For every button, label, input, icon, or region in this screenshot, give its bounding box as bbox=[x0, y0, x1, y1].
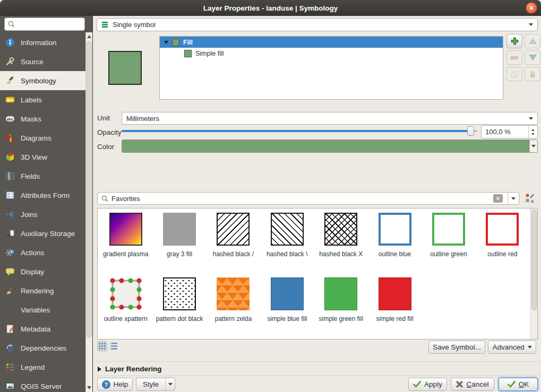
symbol-item[interactable]: outline red bbox=[476, 213, 529, 277]
sidebar-item-symbology[interactable]: Symbology bbox=[0, 71, 85, 90]
tree-row-simple-fill[interactable]: Simple fill bbox=[160, 48, 503, 59]
check-icon bbox=[413, 381, 421, 388]
chevron-down-icon bbox=[529, 23, 533, 26]
symbol-browser: gradient plasma gray 3 fill hashed black… bbox=[97, 208, 538, 339]
list-view-button[interactable] bbox=[109, 341, 119, 351]
sidebar-item-information[interactable]: Information bbox=[0, 33, 85, 52]
sidebar-item-source[interactable]: Source bbox=[0, 52, 85, 71]
symbol-item[interactable]: simple green fill bbox=[314, 277, 368, 342]
arrow-down-icon bbox=[529, 54, 537, 61]
unit-select[interactable]: Millimeters bbox=[122, 112, 538, 125]
renderer-select[interactable]: Single symbol bbox=[97, 18, 538, 31]
save-symbol-button[interactable]: Save Symbol... bbox=[428, 341, 485, 354]
sidebar-item-label: Joins bbox=[21, 211, 38, 219]
scrollbar-thumb[interactable] bbox=[87, 41, 92, 338]
style-button[interactable]: Style bbox=[136, 378, 175, 391]
search-icon bbox=[101, 195, 108, 202]
sidebar-item-auxiliary-storage[interactable]: Auxiliary Storage bbox=[0, 224, 85, 243]
unit-label: Unit bbox=[97, 114, 110, 122]
color-button[interactable] bbox=[122, 140, 538, 153]
symbol-item[interactable]: hashed black / bbox=[207, 213, 260, 277]
symbology-panel: Single symbol Fill Simple fill Unit Mil bbox=[93, 16, 541, 392]
sidebar-item-label: Rendering bbox=[21, 287, 54, 295]
remove-symbol-layer-button[interactable] bbox=[506, 50, 522, 65]
sidebar-item-diagrams[interactable]: Diagrams bbox=[0, 128, 85, 147]
check-icon bbox=[508, 381, 516, 388]
sidebar-item-actions[interactable]: Actions bbox=[0, 243, 85, 262]
opacity-slider[interactable] bbox=[122, 126, 477, 136]
symbol-item[interactable]: hashed black \ bbox=[260, 213, 314, 277]
advanced-button[interactable]: Advanced bbox=[488, 341, 536, 354]
move-down-button[interactable] bbox=[525, 50, 540, 65]
slider-handle[interactable] bbox=[467, 126, 474, 136]
symbol-item[interactable]: outline green bbox=[422, 213, 475, 277]
sidebar-item-fields[interactable]: Fields bbox=[0, 167, 85, 186]
search-icon bbox=[8, 21, 15, 28]
symbol-item[interactable]: simple red fill bbox=[368, 277, 422, 342]
symbol-browser-scrollbar[interactable] bbox=[530, 208, 537, 339]
duplicate-layer-button[interactable] bbox=[506, 67, 522, 81]
opacity-spinbox[interactable]: 100,0 % bbox=[481, 125, 538, 138]
layer-rendering-header[interactable]: Layer Rendering bbox=[98, 365, 162, 373]
style-dropdown[interactable] bbox=[165, 378, 175, 390]
style-manager-button[interactable]: a bbox=[524, 193, 536, 204]
svg-text:ε: ε bbox=[8, 305, 12, 315]
icon-view-button[interactable] bbox=[97, 341, 107, 351]
symbol-item[interactable]: pattern zelda bbox=[207, 277, 260, 342]
sidebar-scrollbar[interactable] bbox=[85, 32, 92, 392]
lock-color-button[interactable] bbox=[525, 67, 540, 81]
scroll-up-icon[interactable] bbox=[87, 35, 91, 38]
sidebar-item-joins[interactable]: Joins bbox=[0, 205, 85, 224]
symbol-item[interactable]: gradient plasma bbox=[99, 213, 152, 277]
database-icon bbox=[5, 229, 15, 238]
sidebar-item-3d-view[interactable]: 3D View bbox=[0, 147, 85, 167]
add-symbol-layer-button[interactable] bbox=[506, 34, 522, 48]
move-up-button[interactable] bbox=[525, 34, 540, 48]
sidebar-item-display[interactable]: Display bbox=[0, 262, 85, 281]
sidebar-item-label: Auxiliary Storage bbox=[21, 230, 75, 238]
sidebar-item-legend[interactable]: Legend bbox=[0, 358, 85, 377]
sidebar-item-qgis-server[interactable]: QGIS Server bbox=[0, 377, 85, 392]
symbol-label: pattern zelda bbox=[215, 315, 252, 323]
sidebar-item-label: Variables bbox=[21, 306, 50, 314]
symbol-search-input[interactable]: Favorites ✕ bbox=[97, 192, 519, 205]
symbol-item[interactable]: outline xpattern bbox=[99, 277, 152, 342]
clear-search-icon[interactable]: ✕ bbox=[493, 194, 503, 203]
symbol-preview bbox=[108, 51, 142, 85]
symbol-item[interactable]: outline blue bbox=[368, 213, 422, 277]
unit-value: Millimeters bbox=[126, 115, 525, 123]
expander-icon[interactable] bbox=[164, 41, 168, 44]
sidebar-item-metadata[interactable]: Metadata bbox=[0, 319, 85, 338]
spin-buttons[interactable] bbox=[528, 126, 537, 138]
outline-xpattern-preview bbox=[109, 277, 142, 310]
search-dropdown[interactable] bbox=[508, 193, 519, 204]
server-image-icon bbox=[5, 381, 15, 391]
color-dropdown[interactable] bbox=[529, 140, 537, 152]
symbol-item[interactable]: gray 3 fill bbox=[152, 213, 206, 277]
sidebar-item-dependencies[interactable]: Dependencies bbox=[0, 338, 85, 358]
scroll-down-icon[interactable] bbox=[87, 386, 91, 389]
help-icon: ? bbox=[102, 380, 110, 389]
list-view-icon bbox=[110, 343, 117, 350]
symbol-item[interactable]: hashed black X bbox=[314, 213, 368, 277]
sidebar-item-labels[interactable]: abc Labels bbox=[0, 90, 85, 109]
help-button[interactable]: ? Help bbox=[97, 378, 133, 391]
close-button[interactable]: × bbox=[526, 2, 537, 14]
spin-up-icon[interactable] bbox=[531, 129, 535, 131]
sidebar-search-input[interactable] bbox=[4, 18, 85, 31]
scrollbar-thumb[interactable] bbox=[531, 210, 537, 310]
sidebar-item-masks[interactable]: abc Masks bbox=[0, 109, 85, 128]
symbol-layer-tree: Fill Simple fill bbox=[159, 36, 503, 100]
symbol-label: simple red fill bbox=[376, 315, 414, 323]
tree-row-fill[interactable]: Fill bbox=[160, 37, 503, 48]
cancel-button[interactable]: Cancel bbox=[451, 378, 494, 391]
spin-down-icon[interactable] bbox=[531, 133, 535, 135]
apply-button[interactable]: Apply bbox=[408, 378, 447, 391]
sidebar-item-variables[interactable]: ε Variables bbox=[0, 300, 85, 319]
symbol-item[interactable]: simple blue fill bbox=[260, 277, 314, 342]
ok-button[interactable]: OK bbox=[499, 378, 538, 391]
sidebar: Information Source Symbology abc Labels … bbox=[0, 16, 93, 392]
sidebar-item-rendering[interactable]: Rendering bbox=[0, 281, 85, 300]
sidebar-item-attributes-form[interactable]: Attributes Form bbox=[0, 186, 85, 205]
symbol-item[interactable]: pattern dot black bbox=[152, 277, 206, 342]
